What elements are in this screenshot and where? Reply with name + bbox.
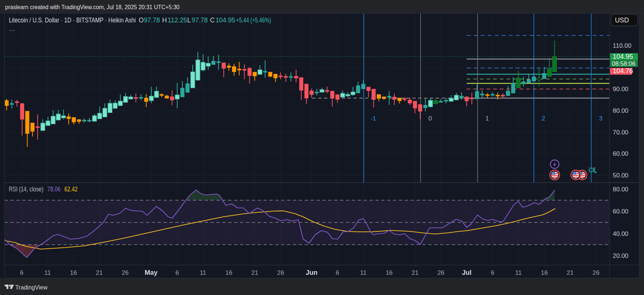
svg-text:TradingView: TradingView (15, 284, 48, 291)
svg-text:70.00: 70.00 (613, 129, 629, 136)
svg-text:H: H (162, 17, 167, 24)
svg-text:21: 21 (251, 269, 258, 276)
svg-text:60.00: 60.00 (613, 208, 629, 215)
svg-text:O: O (139, 17, 144, 24)
svg-text:6: 6 (336, 269, 339, 276)
svg-text:L: L (187, 17, 191, 24)
svg-text:26: 26 (277, 269, 284, 276)
svg-text:26: 26 (593, 269, 599, 276)
svg-text:+5.44 (+5.46%): +5.44 (+5.46%) (236, 17, 271, 24)
svg-text:97.78: 97.78 (192, 17, 208, 24)
svg-text:26: 26 (437, 269, 444, 276)
svg-text:11: 11 (515, 269, 522, 276)
svg-text:62.42: 62.42 (64, 186, 78, 193)
svg-text:1: 1 (485, 115, 489, 122)
svg-text:21: 21 (567, 269, 574, 276)
svg-text:RSI (14, close): RSI (14, close) (9, 186, 43, 193)
svg-text:6: 6 (175, 269, 179, 276)
svg-text:78.06: 78.06 (47, 186, 61, 193)
svg-text:104.95: 104.95 (216, 17, 235, 24)
svg-text:praslearn created with Trading: praslearn created with TradingView.com, … (5, 4, 179, 11)
svg-text:08:58:06: 08:58:06 (612, 60, 636, 67)
svg-text:16: 16 (225, 269, 232, 276)
svg-text:C: C (210, 17, 215, 24)
svg-text:16: 16 (70, 269, 77, 276)
svg-text:6: 6 (20, 269, 23, 276)
svg-text:90.00: 90.00 (613, 86, 629, 93)
svg-text:3: 3 (599, 115, 602, 122)
svg-text:21: 21 (96, 269, 103, 276)
svg-text:0: 0 (428, 115, 432, 122)
svg-text:Litecoin / U.S. Dollar · 1D ·: Litecoin / U.S. Dollar · 1D · BITSTAMP ·… (9, 17, 136, 24)
svg-text:97.78: 97.78 (144, 17, 160, 24)
svg-text:110.00: 110.00 (613, 42, 631, 49)
svg-text:…: … (9, 25, 15, 32)
svg-text:Jul: Jul (462, 269, 472, 276)
svg-text:6: 6 (491, 269, 494, 276)
svg-text:Jun: Jun (306, 269, 317, 276)
svg-text:50.00: 50.00 (613, 172, 629, 179)
svg-text:104.76: 104.76 (613, 67, 633, 75)
svg-text:16: 16 (541, 269, 548, 276)
svg-text:60.00: 60.00 (613, 150, 629, 157)
svg-text:20.00: 20.00 (613, 252, 629, 259)
svg-text:16: 16 (386, 269, 393, 276)
svg-text:80.00: 80.00 (613, 186, 629, 193)
svg-text:21: 21 (412, 269, 419, 276)
svg-text:USD: USD (615, 17, 629, 24)
svg-text:11: 11 (45, 269, 51, 276)
svg-text:40.00: 40.00 (613, 230, 629, 237)
svg-text:May: May (145, 269, 157, 276)
svg-text:2: 2 (542, 115, 545, 122)
svg-text:80.00: 80.00 (613, 107, 629, 114)
svg-text:11: 11 (360, 269, 367, 276)
svg-text:11: 11 (200, 269, 206, 276)
svg-text:26: 26 (122, 269, 129, 276)
svg-text:112.25: 112.25 (168, 17, 187, 24)
svg-text:104.95: 104.95 (613, 53, 633, 60)
svg-text:-1: -1 (370, 115, 376, 122)
